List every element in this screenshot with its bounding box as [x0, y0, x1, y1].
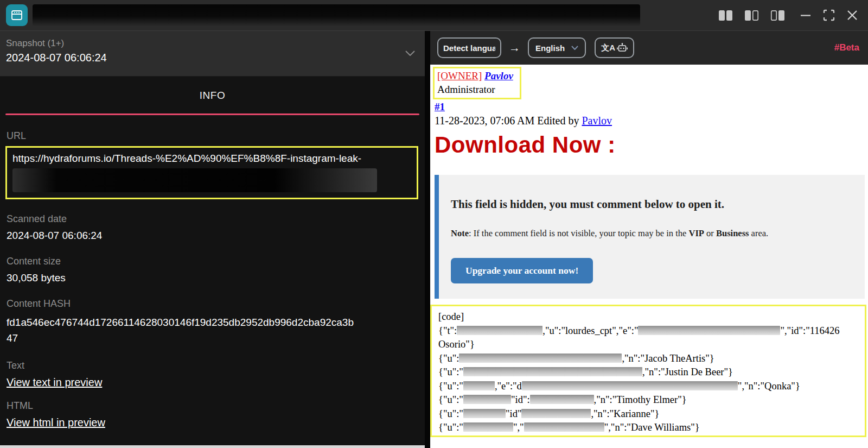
split-view-right-icon[interactable]	[770, 10, 785, 21]
code-line: {"u":"","id":"1032124487","n":"Marcia M"…	[438, 435, 858, 438]
note-mid: : If the comment field is not visible, y…	[469, 228, 689, 238]
post-date-text: 11-28-2023, 07:06 AM Edited by	[435, 115, 582, 127]
note-business: Business	[716, 228, 749, 238]
scanned-date-label: Scanned date	[7, 213, 418, 225]
note-line: Note: If the comment field is not visibl…	[451, 228, 852, 239]
redacted-bar	[463, 409, 506, 418]
split-view-left-icon[interactable]	[744, 10, 759, 21]
post-date-line: 11-28-2023, 07:06 AM Edited by Pavlov	[435, 115, 868, 127]
translate-toolbar: Detect language → English 文A	[430, 31, 868, 65]
owner-tag: [OWNER]	[437, 70, 482, 81]
note-suffix: area.	[749, 228, 768, 238]
fullscreen-icon[interactable]	[823, 9, 835, 21]
redacted-bar	[521, 409, 591, 418]
auto-translate-button[interactable]: 文A	[595, 37, 634, 58]
note-vip: VIP	[689, 228, 704, 238]
content-size-value: 30,058 bytes	[7, 272, 418, 284]
code-line: {"u":","e":"d","n":"Qonka"}	[438, 380, 858, 394]
source-language-label: Detect language	[443, 43, 495, 53]
post-author-line: [OWNER] Pavlov	[437, 69, 513, 83]
source-language-button[interactable]: Detect language	[437, 37, 501, 58]
view-html-link[interactable]: View html in preview	[7, 417, 105, 429]
chevron-down-icon	[571, 46, 578, 50]
code-line: {"u":""id","n":"Karianne"}	[438, 407, 858, 421]
leaked-code-block: [code]{"t":,"u":"lourdes_cpt","e":"","id…	[430, 305, 866, 437]
target-language-select[interactable]: English	[528, 37, 586, 58]
translate-arrow-icon: →	[509, 41, 520, 54]
redacted-bar	[457, 326, 542, 335]
panel-divider	[425, 31, 430, 448]
snapshot-fields: URL https://hydraforums.io/Threads-%E2%A…	[0, 115, 425, 429]
code-line: Osorio"}	[438, 338, 858, 352]
url-redacted-bar	[12, 168, 377, 192]
author-role: Administrator	[437, 83, 513, 96]
split-view-both-icon[interactable]	[718, 10, 733, 21]
window-title-redacted	[33, 4, 640, 26]
redacted-bar	[463, 381, 495, 390]
post-number-link[interactable]: #1	[435, 101, 445, 113]
close-icon[interactable]	[846, 9, 858, 21]
content-hash-label: Content HASH	[7, 298, 418, 310]
chevron-down-icon[interactable]	[405, 51, 415, 56]
code-line: [code]	[438, 310, 858, 324]
hidden-field-notice: This field is hidden, you must comment b…	[451, 198, 852, 211]
target-language-label: English	[535, 43, 565, 53]
view-text-link[interactable]: View text in preview	[7, 376, 102, 389]
content-size-label: Content size	[7, 256, 418, 267]
hidden-content-quote-box: This field is hidden, you must comment b…	[435, 175, 865, 299]
redacted-bar	[463, 422, 513, 432]
scanned-date-value: 2024-08-07 06:06:24	[7, 230, 418, 242]
redacted-bar	[524, 422, 604, 432]
code-line: {"u":"","","n":"Dave Williams"}	[438, 421, 858, 435]
redacted-bar	[463, 395, 511, 404]
html-label: HTML	[7, 400, 418, 412]
note-prefix: Note	[451, 228, 469, 238]
snapshot-label: Snapshot (1+)	[6, 38, 416, 49]
upgrade-account-button[interactable]: Upgrade your account now!	[451, 258, 593, 283]
author-link[interactable]: Pavlov	[484, 70, 513, 81]
url-label: URL	[7, 130, 418, 142]
url-value: https://hydraforums.io/Threads-%E2%AD%90…	[12, 153, 411, 165]
titlebar	[0, 0, 868, 31]
text-label: Text	[7, 360, 418, 371]
panel-bottom-strip	[0, 445, 425, 448]
snapshot-timestamp: 2024-08-07 06:06:24	[6, 52, 416, 64]
minimize-icon[interactable]	[800, 9, 812, 21]
redacted-bar	[638, 326, 780, 335]
translate-glyph: 文A	[601, 43, 615, 53]
redacted-bar	[463, 367, 642, 376]
note-or: or	[704, 228, 716, 238]
window-controls	[718, 9, 858, 21]
redacted-bar	[530, 395, 594, 404]
snapshot-info-panel: Snapshot (1+) 2024-08-07 06:06:24 INFO U…	[0, 31, 425, 448]
edited-by-link[interactable]: Pavlov	[582, 115, 612, 127]
redacted-bar	[463, 437, 527, 438]
snapshot-selector[interactable]: Snapshot (1+) 2024-08-07 06:06:24	[0, 31, 425, 77]
content-hash-value: fd1a546ec476744d17266114628030146f19d235…	[7, 314, 358, 346]
code-line: {"t":,"u":"lourdes_cpt","e":"","id":"116…	[438, 324, 858, 338]
beta-badge: #Beta	[834, 42, 859, 53]
download-now-heading: Download Now :	[435, 132, 868, 158]
app-window: Snapshot (1+) 2024-08-07 06:06:24 INFO U…	[0, 0, 868, 448]
main-split: Snapshot (1+) 2024-08-07 06:06:24 INFO U…	[0, 31, 868, 448]
code-line: {"u":","n":"Justin De Beer"}	[438, 365, 858, 380]
browser-app-icon[interactable]	[6, 4, 28, 26]
code-line: {"u":,"n":"Jacob TheArtis"}	[438, 352, 858, 366]
redacted-bar	[522, 381, 738, 390]
robot-icon	[617, 43, 628, 53]
post-author-highlight-box: [OWNER] Pavlov Administrator	[433, 67, 521, 99]
info-section-title: INFO	[0, 77, 425, 109]
forum-post-preview: [OWNER] Pavlov Administrator #1 11-28-20…	[430, 65, 868, 448]
redacted-bar	[673, 437, 693, 438]
browser-window-icon	[10, 9, 23, 22]
code-line: {"u":""id":,"n":"Timothy Elmer"}	[438, 393, 858, 407]
preview-panel: Detect language → English 文A	[430, 31, 868, 448]
url-highlight-box: https://hydraforums.io/Threads-%E2%AD%90…	[5, 146, 418, 199]
redacted-bar	[459, 354, 622, 363]
